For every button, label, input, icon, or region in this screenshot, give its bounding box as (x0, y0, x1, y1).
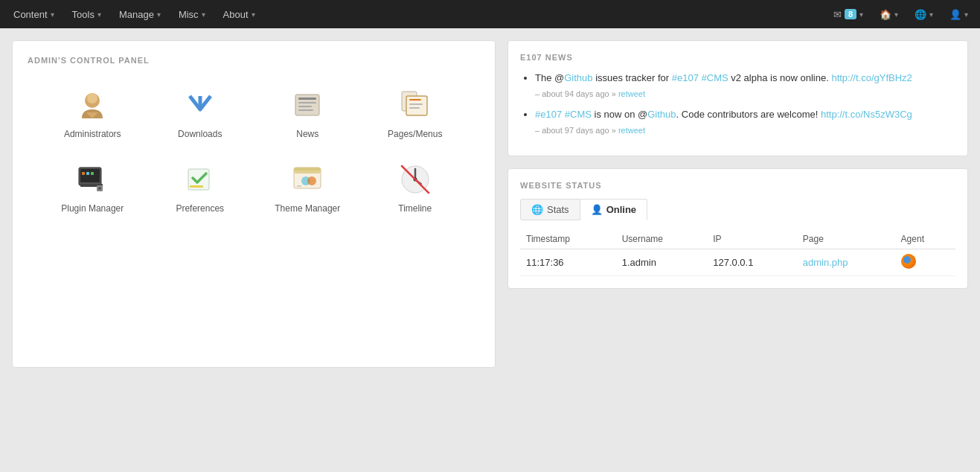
news-meta-2: – about 97 days ago » retweet (535, 124, 955, 137)
user-tab-icon: 👤 (591, 204, 603, 215)
tab-online-label: Online (606, 204, 636, 215)
timeline-icon (397, 162, 433, 197)
news-link-github-1[interactable]: Github (564, 72, 592, 83)
chevron-down-icon: ▾ (202, 10, 205, 19)
svg-rect-20 (86, 172, 89, 175)
globe-icon: 🌐 (915, 9, 926, 20)
svg-rect-8 (298, 109, 313, 111)
top-navigation: Content ▾ Tools ▾ Manage ▾ Misc ▾ About … (0, 0, 980, 28)
page-link[interactable]: admin.php (803, 257, 848, 268)
cell-username: 1.admin (616, 249, 708, 276)
status-card: WEBSITE STATUS 🌐 Stats 👤 Online Timestam… (507, 168, 968, 289)
plugin-manager-label: Plugin Manager (61, 203, 124, 214)
nav-label-about: About (223, 9, 249, 20)
news-link-e107-1[interactable]: #e107 (672, 72, 699, 83)
news-item-2: #e107 #CMS is now on @Github. Code contr… (535, 107, 955, 136)
news-card-title: E107 NEWS (520, 53, 955, 62)
theme-manager-icon (289, 162, 325, 197)
tab-stats-label: Stats (547, 204, 569, 215)
cell-timestamp: 11:17:36 (520, 249, 616, 276)
svg-rect-2 (89, 109, 95, 112)
admin-control-panel: ADMIN'S CONTROL PANEL Administrators (12, 40, 496, 368)
chevron-down-icon: ▾ (859, 10, 863, 19)
plugin-manager-icon (74, 162, 110, 197)
news-link-cms-2[interactable]: #CMS (565, 109, 592, 120)
news-card: E107 NEWS The @Github issues tracker for… (507, 40, 968, 156)
col-ip: IP (707, 229, 797, 249)
svg-point-1 (87, 93, 97, 103)
news-text-2: #e107 #CMS is now on @Github. Code contr… (535, 109, 912, 120)
user-icon-button[interactable]: 👤 ▾ (944, 6, 974, 23)
mail-icon-button[interactable]: ✉ 8 ▾ (827, 6, 869, 23)
icon-administrators[interactable]: Administrators (42, 87, 143, 139)
nav-item-content[interactable]: Content ▾ (6, 4, 62, 25)
icon-pages-menus[interactable]: Pages/Menus (365, 87, 466, 139)
icon-news[interactable]: News (257, 87, 358, 139)
news-retweet-1[interactable]: retweet (618, 89, 645, 98)
pages-menus-label: Pages/Menus (388, 129, 442, 139)
timeline-label: Timeline (398, 203, 432, 214)
nav-item-tools[interactable]: Tools ▾ (65, 4, 109, 25)
news-list: The @Github issues tracker for #e107 #CM… (520, 71, 955, 136)
administrators-icon (74, 87, 110, 123)
nav-item-manage[interactable]: Manage ▾ (112, 4, 168, 25)
svg-rect-10 (406, 96, 427, 115)
tab-stats[interactable]: 🌐 Stats (520, 199, 580, 220)
status-table: Timestamp Username IP Page Agent 11:17:3… (520, 229, 955, 276)
svg-rect-23 (190, 185, 203, 188)
right-panel: E107 NEWS The @Github issues tracker for… (507, 40, 968, 368)
icon-downloads[interactable]: Downloads (150, 87, 251, 139)
mail-icon: ✉ (833, 9, 842, 20)
news-time-2: about 97 days ago (542, 126, 609, 135)
news-text-1: The @Github issues tracker for #e107 #CM… (535, 72, 912, 83)
downloads-label: Downloads (178, 129, 222, 139)
svg-rect-13 (409, 107, 420, 109)
news-link-e107-2[interactable]: #e107 (535, 109, 562, 120)
preferences-icon (182, 162, 218, 197)
news-retweet-2[interactable]: retweet (618, 126, 645, 135)
chevron-down-icon: ▾ (157, 10, 161, 19)
nav-label-content: Content (13, 9, 48, 20)
svg-rect-29 (297, 185, 301, 187)
chevron-down-icon: ▾ (894, 10, 898, 19)
svg-rect-15 (80, 169, 100, 182)
chevron-down-icon: ▾ (929, 10, 933, 19)
nav-label-manage: Manage (119, 9, 154, 20)
administrators-label: Administrators (64, 129, 121, 139)
news-meta-1: – about 94 days ago » retweet (535, 88, 955, 101)
nav-item-about[interactable]: About ▾ (216, 4, 263, 25)
news-link-github-2[interactable]: Github (647, 109, 676, 120)
control-panel-grid: Administrators Downloads (28, 80, 480, 221)
status-tabs: 🌐 Stats 👤 Online (520, 199, 955, 220)
svg-rect-7 (298, 106, 312, 107)
table-header-row: Timestamp Username IP Page Agent (520, 229, 955, 249)
chevron-down-icon: ▾ (51, 10, 54, 19)
icon-theme-manager[interactable]: Theme Manager (257, 162, 358, 214)
home-icon: 🏠 (880, 9, 891, 20)
home-icon-button[interactable]: 🏠 ▾ (874, 6, 904, 23)
nav-label-tools: Tools (72, 9, 95, 20)
news-icon (289, 87, 325, 123)
col-timestamp: Timestamp (520, 229, 616, 249)
svg-rect-5 (298, 98, 316, 100)
svg-rect-12 (409, 103, 423, 105)
cell-ip: 127.0.0.1 (707, 249, 797, 276)
globe-icon-button[interactable]: 🌐 ▾ (909, 6, 939, 23)
icon-preferences[interactable]: Preferences (150, 162, 251, 214)
icon-plugin-manager[interactable]: Plugin Manager (42, 162, 143, 214)
tab-online[interactable]: 👤 Online (580, 199, 647, 220)
chevron-down-icon: ▾ (252, 10, 255, 19)
user-icon: 👤 (949, 9, 961, 20)
news-link-url-1[interactable]: http://t.co/gYfBHz2 (831, 72, 912, 83)
svg-rect-21 (91, 172, 94, 175)
firefox-icon (901, 254, 916, 269)
pages-menus-icon (397, 87, 433, 123)
svg-point-18 (98, 187, 101, 190)
globe-tab-icon: 🌐 (531, 204, 543, 215)
chevron-down-icon: ▾ (97, 10, 101, 19)
news-link-url-2[interactable]: http://t.co/Ns5zW3Cg (821, 109, 912, 120)
nav-item-misc[interactable]: Misc ▾ (171, 4, 213, 25)
col-page: Page (797, 229, 895, 249)
news-link-cms-1[interactable]: #CMS (702, 72, 728, 83)
icon-timeline[interactable]: Timeline (365, 162, 466, 214)
